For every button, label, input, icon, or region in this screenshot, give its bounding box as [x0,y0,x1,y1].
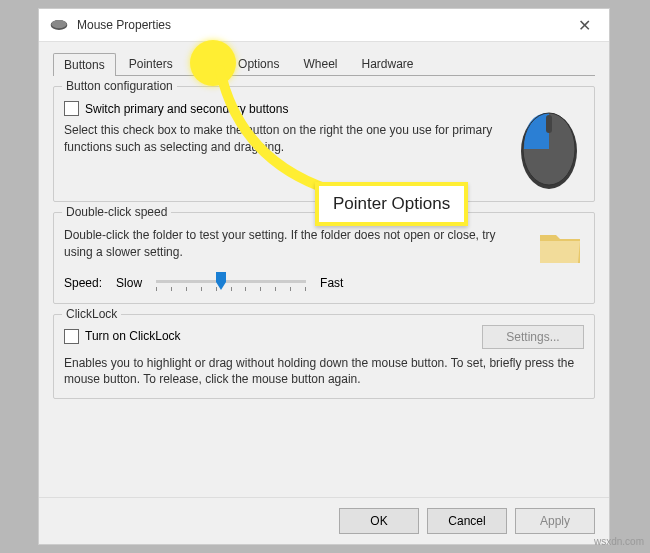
speed-slider[interactable] [156,273,306,293]
mouse-illustration [514,101,584,191]
button-config-group: Button configuration Switch primary and … [53,86,595,202]
tabs: Buttons Pointers Pointer Options Wheel H… [53,52,595,76]
clicklock-settings-button[interactable]: Settings... [482,325,584,349]
button-config-desc: Select this check box to make the button… [64,122,502,156]
window-title: Mouse Properties [77,18,569,32]
speed-label: Speed: [64,276,102,290]
watermark: wsxdn.com [594,536,644,547]
dialog-content: Buttons Pointers Pointer Options Wheel H… [39,42,609,497]
ok-button[interactable]: OK [339,508,419,534]
tab-wheel[interactable]: Wheel [292,52,348,75]
svg-rect-4 [546,115,552,133]
group-title: ClickLock [62,307,121,321]
svg-point-1 [52,20,67,28]
clicklock-desc: Enables you to highlight or drag without… [64,355,584,389]
cancel-button[interactable]: Cancel [427,508,507,534]
slider-thumb-icon [214,272,228,292]
apply-button[interactable]: Apply [515,508,595,534]
mouse-icon [49,18,69,32]
tab-pointer-options[interactable]: Pointer Options [186,52,291,75]
close-button[interactable]: ✕ [569,16,599,35]
clicklock-checkbox[interactable] [64,329,79,344]
titlebar: Mouse Properties ✕ [39,9,609,42]
tab-pointers[interactable]: Pointers [118,52,184,75]
tab-buttons[interactable]: Buttons [53,53,116,76]
fast-label: Fast [320,276,343,290]
folder-icon[interactable] [536,227,584,267]
mouse-properties-dialog: Mouse Properties ✕ Buttons Pointers Poin… [38,8,610,545]
clicklock-group: ClickLock Turn on ClickLock Settings... … [53,314,595,400]
group-title: Button configuration [62,79,177,93]
switch-buttons-checkbox[interactable] [64,101,79,116]
dialog-buttons: OK Cancel Apply [39,497,609,544]
clicklock-label: Turn on ClickLock [85,329,181,343]
group-title: Double-click speed [62,205,171,219]
slow-label: Slow [116,276,142,290]
tab-hardware[interactable]: Hardware [350,52,424,75]
double-click-group: Double-click speed Double-click the fold… [53,212,595,304]
switch-buttons-label: Switch primary and secondary buttons [85,102,288,116]
double-click-desc: Double-click the folder to test your set… [64,227,516,261]
